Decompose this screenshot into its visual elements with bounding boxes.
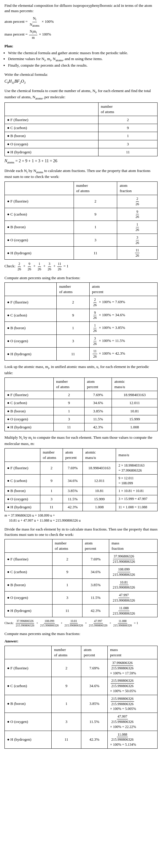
atoms-B: 1 [98,132,157,140]
percent-C: 926 × 100% = 34.6% [89,309,158,322]
col-element [5,102,99,116]
col-num-atoms: numberof atoms [40,448,63,462]
element-H: ● H (hydrogen) [5,423,54,431]
mass-H: 11 × 1.008 = 11.088 [116,503,158,511]
mass-table: numberof atoms atompercent atomicmass/u … [4,448,158,511]
atoms-B: 1 [53,407,84,415]
element-C: ● C (carbon) [5,474,40,487]
atoms-B: 1 [57,322,89,335]
table-row: ● H (hydrogen) 11 1126 × 100% = 42.3% [5,347,158,361]
atoms-O: 3 [53,415,84,423]
mass-O: 3 × 15.999 = 47.997 [116,495,158,503]
table-row: ● F (fluorine) 2 7.69% 18.998403163 2 × … [5,462,158,474]
element-O: ● O (oxygen) [5,591,53,604]
mfrac-B: 10.81215.990806326 [109,579,157,591]
table-row: ● O (oxygen) 3 11.5% 15.999 3 × 15.999 =… [5,495,158,503]
table-row: ● C (carbon) 9 34.6% 12.011 9 × 12.011= … [5,474,158,487]
percent-C: 34.6% [84,399,112,407]
atoms-F: 2 [74,195,117,208]
mass-C: 9 × 12.011= 108.099 [116,474,158,487]
percent-C: 34.6% [62,474,82,487]
table-row: ● H (hydrogen) 11 42.3% 11.088215.990806… [5,731,158,748]
element-C: ● C (carbon) [5,565,53,579]
element-H: ● H (hydrogen) [5,604,53,617]
check-fractions-mass: Check: 37.996806326215.990806326 + 108.0… [4,619,158,628]
percent-F: 7.69% [84,391,112,399]
fraction-O: 326 [117,234,158,247]
atoms-F: 2 [52,659,81,677]
table-row: ● F (fluorine) 2 [5,116,158,124]
mass-F: 18.998403163 [112,391,158,399]
element-B: ● B (boron) [5,695,52,713]
atom-percents-table: numberof atoms atompercent ● F (fluorine… [4,282,158,361]
col-num-atoms: numberof atoms [52,539,82,553]
mfrac-O: 47.997215.990806326 [109,591,157,604]
element-F: ● F (fluorine) [5,296,57,309]
mass-percent-formula: mass percent = Nimim × 100% [4,29,158,40]
plan-bullet-2: Determine values for Ni, mi, Natoms, and… [8,56,158,62]
multiply-text: Multiply Ni by mi to compute the mass fo… [4,435,158,446]
mass-B: 10.81 [112,407,158,415]
table-row: ● H (hydrogen) 11 [5,148,158,156]
atomic-mass-O: 15.999 [83,495,116,503]
atoms-H: 11 [74,247,117,260]
element-O: ● O (oxygen) [5,713,52,731]
atoms-F: 2 [40,462,63,474]
mfrac-F: 37.996806326215.990806326 [109,553,157,566]
chemical-formula-label: Write the chemical formula: [4,72,158,77]
col-atom-fraction: atomfraction [117,182,158,195]
atoms-B: 1 [74,221,117,234]
atoms-B: 1 [52,579,82,591]
col-element [5,282,57,296]
mass-B: 1 × 10.81 = 10.81 [116,487,158,495]
table-row: ● C (carbon) 9 926 × 100% = 34.6% [5,309,158,322]
divide-mass-text: Divide the mass for each element by m to… [4,527,158,537]
natoms-eq: Natoms = 2 + 9 + 1 + 3 + 11 = 26 [4,158,158,164]
plan-bullet-3: Finally, compute the percents and check … [8,63,158,68]
percent-F: 226 × 100% = 7.69% [89,296,158,309]
atomic-mass-table: numberof atoms atompercent atomicmass/u … [4,377,158,431]
table-row: ● C (carbon) 9 34.6% 108.099215.99080632… [5,565,158,579]
lookup-text: Look up the atomic mass, mi, in unified … [4,364,158,376]
element-B: ● B (boron) [5,322,57,335]
table-row: ● B (boron) 1 126 [5,221,158,234]
atoms-C: 9 [53,399,84,407]
element-O: ● O (oxygen) [5,335,57,347]
atoms-C: 9 [98,124,157,132]
percent-O: 11.5% [81,713,108,731]
check-fractions: Check: 226 + 926 + 126 + 326 + 1126 = 1 [4,261,158,272]
table-row: ● O (oxygen) 3 326 [5,234,158,247]
atomic-mass-C: 12.011 [83,474,116,487]
table-row: ● C (carbon) 9 34.6% 215.990806326215.99… [5,677,158,695]
mass-F: 2 × 18.998403163= 37.996806326 [116,462,158,474]
percent-H: 1126 × 100% = 42.3% [89,347,158,361]
element-F: ● F (fluorine) [5,462,40,474]
table-row: ● F (fluorine) 2 226 [5,195,158,208]
elements-table: numberof atoms ● F (fluorine) 2 ● C (car… [4,102,158,156]
table-row: ● F (fluorine) 2 7.69% 18.998403163 [5,391,158,399]
col-element [5,646,52,659]
masspct-B: 215.990806326215.990806326 × 100% = 5.00… [107,695,157,713]
table-row: ● H (hydrogen) 11 42.3% 11.088215.990806… [5,604,158,617]
compute-mass-text: Compute mass percents using the mass fra… [4,631,158,637]
percent-O: 11.5% [82,591,109,604]
atoms-F: 2 [52,553,82,566]
element-C: ● C (carbon) [5,677,52,695]
masspct-O: 47.997215.990806326 × 100% = 22.22% [107,713,157,731]
table-row: ● O (oxygen) 3 11.5% 47.997215.990806326 [5,591,158,604]
col-element [5,377,54,391]
element-O: ● O (oxygen) [5,140,99,148]
masspct-H: 11.088215.990806326 × 100% = 5.134% [107,731,157,748]
element-H: ● H (hydrogen) [5,347,57,361]
percent-F: 7.69% [81,659,108,677]
col-num-atoms: numberof atoms [74,182,117,195]
element-F: ● F (fluorine) [5,659,52,677]
atoms-F: 2 [98,116,157,124]
table-row: ● C (carbon) 9 34.6% 12.011 [5,399,158,407]
table-row: ● C (carbon) 9 [5,124,158,132]
col-element [5,539,53,553]
col-atom-percent: atompercent [89,282,158,296]
table-row: ● F (fluorine) 2 7.69% 37.996806326215.9… [5,553,158,566]
atoms-F: 2 [53,391,84,399]
use-formula-text: Use the chemical formula to count the nu… [4,88,158,100]
